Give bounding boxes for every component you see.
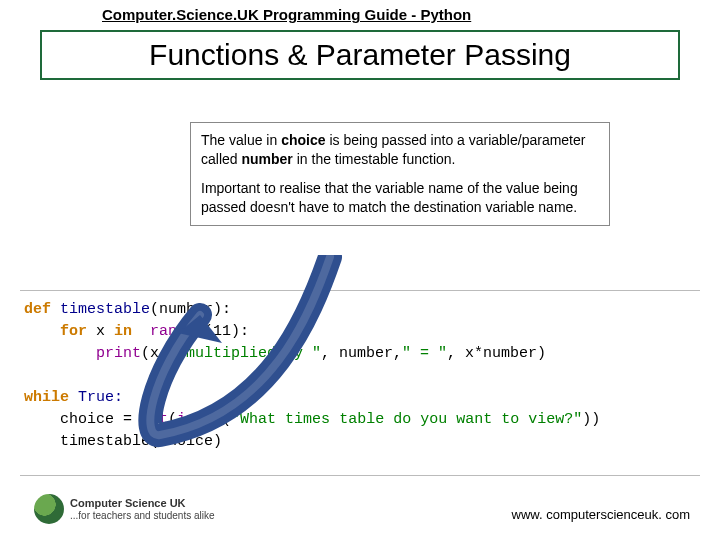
code-text: x bbox=[96, 323, 114, 340]
code-kw: in bbox=[114, 323, 141, 340]
logo-icon bbox=[34, 494, 64, 524]
logo-text: Computer Science UK ...for teachers and … bbox=[70, 497, 215, 520]
code-builtin: range bbox=[141, 323, 204, 340]
code-kw: while bbox=[24, 389, 78, 406]
code-kw: for bbox=[24, 323, 96, 340]
code-text: )) bbox=[582, 411, 600, 428]
code-text: (number): bbox=[150, 301, 231, 318]
code-text: timestable(choice) bbox=[24, 433, 222, 450]
footer-logo: Computer Science UK ...for teachers and … bbox=[34, 494, 215, 524]
code-text: ( bbox=[168, 411, 177, 428]
callout-text: in the timestable function. bbox=[293, 151, 456, 167]
page-header: Computer.Science.UK Programming Guide - … bbox=[102, 6, 471, 23]
callout-bold-number: number bbox=[241, 151, 292, 167]
code-num: 11 bbox=[213, 323, 231, 340]
callout-text: The value in bbox=[201, 132, 281, 148]
callout-p2: Important to realise that the variable n… bbox=[201, 179, 599, 217]
code-builtin: input bbox=[177, 411, 222, 428]
code-text: ( bbox=[222, 411, 231, 428]
code-str: " = " bbox=[402, 345, 447, 362]
callout-box: The value in choice is being passed into… bbox=[190, 122, 610, 226]
code-text: , number, bbox=[321, 345, 402, 362]
callout-p1: The value in choice is being passed into… bbox=[201, 131, 599, 169]
main-heading: Functions & Parameter Passing bbox=[149, 38, 571, 71]
code-text: ): bbox=[231, 323, 249, 340]
code-text: = bbox=[123, 411, 141, 428]
brand-line-1: Computer Science UK bbox=[70, 497, 215, 509]
code-str: "multiplied by " bbox=[177, 345, 321, 362]
code-fn-name: timestable bbox=[60, 301, 150, 318]
title-box: Functions & Parameter Passing bbox=[40, 30, 680, 80]
code-text: True: bbox=[78, 389, 123, 406]
code-block: def timestable(number): for x in range (… bbox=[20, 290, 700, 476]
code-builtin: int bbox=[141, 411, 168, 428]
callout-bold-choice: choice bbox=[281, 132, 325, 148]
header-title: Computer.Science.UK Programming Guide - … bbox=[102, 6, 471, 23]
brand-line-2: ...for teachers and students alike bbox=[70, 510, 215, 521]
code-str: "What times table do you want to view?" bbox=[231, 411, 582, 428]
code-kw: def bbox=[24, 301, 60, 318]
code-text: ( bbox=[204, 323, 213, 340]
code-builtin: print bbox=[24, 345, 141, 362]
code-text: , x*number) bbox=[447, 345, 546, 362]
code-text: choice bbox=[24, 411, 123, 428]
footer-url: www. computerscienceuk. com bbox=[512, 507, 690, 522]
code-text: (x, bbox=[141, 345, 177, 362]
